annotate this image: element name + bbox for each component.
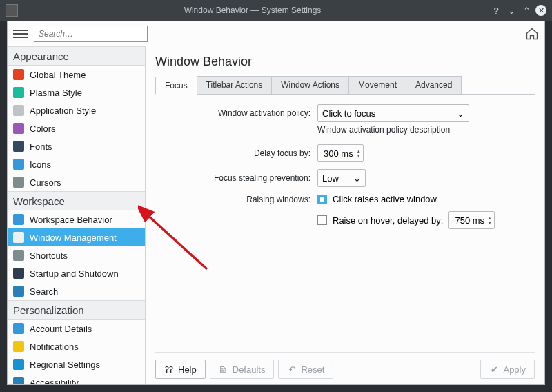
app-icon [6,4,18,17]
sidebar-item-cursors[interactable]: Cursors [8,173,145,191]
window-title: Window Behavior — System Settings [18,6,487,15]
sidebar-item-icon [13,286,24,297]
sidebar-item-account-details[interactable]: Account Details [8,320,145,337]
focus-stealing-select[interactable]: Low⌄ [317,169,366,187]
sidebar-item-label: Workspace Behavior [30,215,112,225]
sidebar-item-label: Account Details [30,324,92,334]
click-raises-checkbox[interactable] [317,195,327,204]
sidebar-item-label: Cursors [30,177,61,188]
sidebar-item-icon [13,377,24,384]
chevron-down-icon: ⌄ [353,173,361,184]
sidebar-item-label: Icons [30,159,51,170]
raise-hover-spinner[interactable]: 750 ms▴▾ [448,211,495,229]
sidebar-item-fonts[interactable]: Fonts [8,137,145,155]
tab-titlebar-actions[interactable]: Titlebar Actions [197,76,273,94]
sidebar-item-label: Global Theme [30,70,86,80]
sidebar-item-icon [13,232,24,243]
sidebar-item-label: Colors [30,124,56,134]
sidebar-item-workspace-behavior[interactable]: Workspace Behavior [8,210,145,228]
sidebar-item-application-style[interactable]: Application Style [8,101,145,119]
spinner-arrows-icon[interactable]: ▴▾ [357,148,360,158]
sidebar-item-label: Fonts [30,141,52,152]
focus-stealing-label: Focus stealing prevention: [155,173,310,183]
sidebar-item-plasma-style[interactable]: Plasma Style [8,84,145,101]
toolbar [8,21,544,46]
sidebar-item-colors[interactable]: Colors [8,119,145,137]
content-pane: Window Behavior FocusTitlebar ActionsWin… [146,46,544,384]
sidebar-item-notifications[interactable]: Notifications [8,337,145,355]
activation-policy-select[interactable]: Click to focus⌄ [317,104,469,122]
sidebar-item-icon [13,323,24,334]
sidebar-item-regional-settings[interactable]: Regional Settings [8,355,145,373]
footer-buttons: ⁇Help 🗎Defaults ↶Reset ✔Apply [155,352,535,379]
maximize-icon[interactable]: ⌃ [520,4,533,17]
raising-windows-label: Raising windows: [155,195,310,204]
menu-icon[interactable] [13,26,28,41]
sidebar-item-shortcuts[interactable]: Shortcuts [8,246,145,264]
sidebar-category: Appearance [8,46,145,66]
check-icon: ✔ [489,364,499,374]
sidebar-item-accessibility[interactable]: Accessibility [8,373,145,384]
sidebar-item-icon [13,250,24,261]
sidebar-item-icon [13,105,24,116]
search-input[interactable] [34,26,148,42]
sidebar-item-icon [13,268,24,279]
click-raises-label: Click raises active window [333,194,437,204]
apply-button[interactable]: ✔Apply [480,360,535,379]
sidebar-item-label: Application Style [30,106,96,116]
sidebar[interactable]: AppearanceGlobal ThemePlasma StyleApplic… [8,46,146,384]
sidebar-item-icon [13,69,24,80]
sidebar-item-icon [13,177,24,188]
sidebar-item-icon [13,214,24,225]
sidebar-item-icon [13,123,24,134]
delay-focus-label: Delay focus by: [155,148,310,158]
sidebar-item-label: Notifications [30,342,79,352]
sidebar-category: Workspace [8,191,145,210]
sidebar-category: Personalization [8,300,145,320]
sidebar-item-search[interactable]: Search [8,282,145,300]
delay-focus-spinner[interactable]: 300 ms▴▾ [317,144,364,162]
home-icon[interactable] [525,27,539,41]
sidebar-item-label: Window Management [30,233,117,243]
sidebar-item-icon [13,87,24,98]
sidebar-item-label: Regional Settings [30,360,100,370]
document-icon: 🗎 [219,364,228,374]
activation-policy-label: Window activation policy: [155,108,310,118]
tab-advanced[interactable]: Advanced [406,76,462,94]
sidebar-item-startup-and-shutdown[interactable]: Startup and Shutdown [8,264,145,282]
sidebar-item-icon [13,159,24,170]
help-icon: ⁇ [164,364,174,374]
tab-bar: FocusTitlebar ActionsWindow ActionsMovem… [155,76,535,95]
settings-form: Window activation policy: Click to focus… [155,104,535,229]
defaults-button[interactable]: 🗎Defaults [210,360,275,379]
help-button[interactable]: ⁇Help [155,360,206,379]
sidebar-item-label: Plasma Style [30,88,82,98]
raise-hover-label: Raise on hover, delayed by: [333,215,443,226]
spinner-arrows-icon[interactable]: ▴▾ [489,215,491,225]
tab-window-actions[interactable]: Window Actions [271,76,349,94]
close-icon[interactable]: ✕ [535,5,546,16]
sidebar-item-label: Search [30,286,58,297]
chevron-down-icon: ⌄ [457,108,464,119]
sidebar-item-global-theme[interactable]: Global Theme [8,66,145,84]
sidebar-item-label: Shortcuts [30,251,68,261]
page-title: Window Behavior [155,55,535,69]
activation-policy-desc: Window activation policy description [317,125,535,135]
sidebar-item-icons[interactable]: Icons [8,155,145,173]
sidebar-item-icon [13,141,24,152]
sidebar-item-label: Startup and Shutdown [30,268,119,279]
undo-icon: ↶ [287,364,297,374]
sidebar-item-window-management[interactable]: Window Management [8,228,145,246]
sidebar-item-icon [13,341,24,352]
tab-movement[interactable]: Movement [348,76,406,94]
sidebar-item-icon [13,359,24,370]
reset-button[interactable]: ↶Reset [278,360,333,379]
help-icon[interactable]: ? [490,4,502,17]
titlebar: Window Behavior — System Settings ? ⌄ ⌃ … [0,0,552,21]
tab-focus[interactable]: Focus [155,77,197,95]
minimize-icon[interactable]: ⌄ [505,4,518,17]
sidebar-item-label: Accessibility [30,378,79,385]
raise-hover-checkbox[interactable] [317,215,327,225]
main-window: AppearanceGlobal ThemePlasma StyleApplic… [7,21,545,385]
